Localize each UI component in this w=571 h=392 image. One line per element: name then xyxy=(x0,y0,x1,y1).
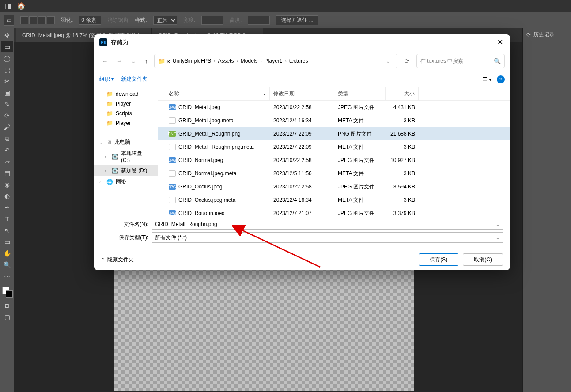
savetype-value: 所有文件 (*.*) xyxy=(155,234,187,241)
breadcrumb-overflow[interactable]: « xyxy=(167,58,170,64)
breadcrumb-item[interactable]: Player1 xyxy=(264,58,284,64)
history-panel-tab[interactable]: ⟳ 历史记录 xyxy=(523,28,571,41)
file-date: 2023/10/22 2:58 xyxy=(270,104,334,110)
file-row[interactable]: GRID_Metall.jpeg.meta2023/12/4 16:34META… xyxy=(158,114,510,127)
close-icon[interactable]: ✕ xyxy=(495,36,505,48)
organize-button[interactable]: 组织 ▾ xyxy=(99,75,114,83)
path-select-tool-icon[interactable]: ↖ xyxy=(1,225,13,236)
search-icon[interactable]: 🔍 xyxy=(494,58,501,64)
stamp-tool-icon[interactable]: ⧉ xyxy=(1,133,13,144)
sidebar-item-drive-d[interactable]: ›💽新加卷 (D:) xyxy=(94,165,158,176)
file-size: 3 KB xyxy=(386,144,419,150)
lasso-tool-icon[interactable]: ◯ xyxy=(1,53,13,64)
screen-mode-icon[interactable]: ▢ xyxy=(1,312,13,322)
col-type-header[interactable]: 类型 xyxy=(334,87,386,100)
feather-input[interactable] xyxy=(79,16,101,25)
sidebar-item-player2[interactable]: 📁Player xyxy=(94,118,158,128)
nav-up-icon[interactable]: ↑ xyxy=(142,56,151,66)
type-tool-icon[interactable]: T xyxy=(1,214,13,224)
zoom-tool-icon[interactable]: 🔍 xyxy=(1,260,13,270)
col-size-header[interactable]: 大小 xyxy=(386,87,419,100)
frame-tool-icon[interactable]: ▣ xyxy=(1,87,13,98)
tool-preset-icon[interactable]: ▭ xyxy=(4,15,14,26)
file-list[interactable]: JPGGRID_Metall.jpeg2023/10/22 2:58JPEG 图… xyxy=(158,101,510,215)
healing-tool-icon[interactable]: ⟳ xyxy=(1,110,13,121)
gradient-tool-icon[interactable]: ▤ xyxy=(1,168,13,178)
hide-folders-button[interactable]: ⌃ 隐藏文件夹 xyxy=(101,256,134,264)
selection-mode-buttons[interactable] xyxy=(20,16,55,24)
chevron-down-icon[interactable]: ⌄ xyxy=(495,221,500,227)
search-input[interactable] xyxy=(420,58,491,64)
file-row[interactable]: GRID_Occlus.jpeg.meta2023/12/4 16:34META… xyxy=(158,193,510,207)
chevron-down-icon[interactable]: ⌄ xyxy=(383,58,393,64)
select-and-mask-button[interactable]: 选择并遮住 ... xyxy=(276,15,318,25)
filename-combo[interactable]: GRID_Metall_Roughn.png ⌄ xyxy=(152,219,503,230)
nav-recent-icon[interactable]: ⌄ xyxy=(129,56,139,66)
file-row[interactable]: PNGGRID_Metall_Roughn.png2023/12/7 22:09… xyxy=(158,127,510,140)
home-icon[interactable]: 🏠 xyxy=(17,2,26,11)
savetype-combo[interactable]: 所有文件 (*.*) ⌄ xyxy=(152,232,503,243)
eyedropper-tool-icon[interactable]: ✎ xyxy=(1,99,13,109)
file-row[interactable]: GRID_Normal.jpeg.meta2023/12/5 11:56META… xyxy=(158,167,510,180)
breadcrumb-item[interactable]: Models xyxy=(240,58,259,64)
quick-select-tool-icon[interactable]: ⬚ xyxy=(1,64,13,75)
sidebar-item-player[interactable]: 📁Player xyxy=(94,99,158,109)
breadcrumb-item[interactable]: Assets xyxy=(217,58,234,64)
dodge-tool-icon[interactable]: ◐ xyxy=(1,191,13,201)
hand-tool-icon[interactable]: ✋ xyxy=(1,248,13,259)
file-type: PNG 图片文件 xyxy=(334,130,386,138)
document-canvas[interactable] xyxy=(114,268,414,391)
breadcrumb-item[interactable]: textures xyxy=(288,58,309,64)
options-bar: ▭ 羽化: 消除锯齿 样式: 正常 宽度: 高度: 选择并遮住 ... xyxy=(0,12,571,28)
file-size: 3 KB xyxy=(386,170,419,177)
sidebar-item-drive-c[interactable]: ›💽本地磁盘 (C:) xyxy=(94,148,158,165)
cancel-button[interactable]: 取消(C) xyxy=(463,253,503,266)
view-toggle-button[interactable]: ☰ ▾ xyxy=(483,76,492,83)
panels-dock: ⟳ 历史记录 xyxy=(522,28,571,392)
col-date-header[interactable]: 修改日期 xyxy=(270,87,334,100)
history-brush-tool-icon[interactable]: ↶ xyxy=(1,145,13,155)
folder-tree[interactable]: 📁download 📁Player 📁Scripts 📁Player ⌄🖥此电脑… xyxy=(94,87,158,215)
breadcrumb-item[interactable]: UnitySimpleFPS xyxy=(172,58,212,64)
save-button[interactable]: 保存(S) xyxy=(419,253,458,266)
file-row[interactable]: JPGGRID_Roughn.jpeg2023/12/7 21:07JPEG 图… xyxy=(158,207,510,215)
shape-tool-icon[interactable]: ▭ xyxy=(1,237,13,247)
file-row[interactable]: GRID_Metall_Roughn.png.meta2023/12/7 22:… xyxy=(158,140,510,154)
file-row[interactable]: JPGGRID_Normal.jpeg2023/10/22 2:58JPEG 图… xyxy=(158,154,510,167)
sidebar-item-thispc[interactable]: ⌄🖥此电脑 xyxy=(94,137,158,148)
pen-tool-icon[interactable]: ✒ xyxy=(1,202,13,213)
col-name-header[interactable]: 名称▴ xyxy=(158,87,270,100)
eraser-tool-icon[interactable]: ▱ xyxy=(1,156,13,167)
ps-logo-icon[interactable]: ◨ xyxy=(4,2,12,11)
style-select[interactable]: 正常 xyxy=(153,16,177,25)
file-row[interactable]: JPGGRID_Metall.jpeg2023/10/22 2:58JPEG 图… xyxy=(158,101,510,114)
sidebar-item-scripts[interactable]: 📁Scripts xyxy=(94,109,158,118)
file-type: JPEG 图片文件 xyxy=(334,210,386,215)
edit-toolbar-icon[interactable]: ⋯ xyxy=(1,271,13,282)
marquee-tool-icon[interactable]: ▭ xyxy=(1,41,13,52)
blur-tool-icon[interactable]: ◉ xyxy=(1,179,13,190)
tools-panel: ✥ ▭ ◯ ⬚ ✂ ▣ ✎ ⟳ 🖌 ⧉ ↶ ▱ ▤ ◉ ◐ ✒ T ↖ ▭ ✋ … xyxy=(0,28,14,392)
nav-back-icon[interactable]: ← xyxy=(99,56,110,66)
file-type-icon: JPG xyxy=(169,184,176,190)
sidebar-item-network[interactable]: ›🌐网络 xyxy=(94,176,158,187)
move-tool-icon[interactable]: ✥ xyxy=(1,30,13,41)
background-swatch[interactable] xyxy=(6,290,13,298)
nav-forward-icon: → xyxy=(114,56,125,66)
dialog-inputs: 文件名(N): GRID_Metall_Roughn.png ⌄ 保存类型(T)… xyxy=(94,215,510,249)
file-date: 2023/12/7 22:09 xyxy=(270,144,334,150)
help-icon[interactable]: ? xyxy=(497,75,505,83)
brush-tool-icon[interactable]: 🖌 xyxy=(1,122,13,132)
width-label: 宽度: xyxy=(183,16,195,24)
refresh-icon[interactable]: ⟳ xyxy=(401,56,413,66)
new-folder-button[interactable]: 新建文件夹 xyxy=(121,75,147,83)
search-box[interactable]: 🔍 xyxy=(416,54,505,68)
file-row[interactable]: JPGGRID_Occlus.jpeg2023/10/22 2:58JPEG 图… xyxy=(158,180,510,193)
quick-mask-icon[interactable]: ◘ xyxy=(1,300,13,311)
sidebar-item-download[interactable]: 📁download xyxy=(94,89,158,99)
color-swatches[interactable] xyxy=(1,287,13,299)
file-date: 2023/12/4 16:34 xyxy=(270,117,334,124)
breadcrumb[interactable]: 📁 « UnitySimpleFPS› Assets› Models› Play… xyxy=(154,54,398,68)
crop-tool-icon[interactable]: ✂ xyxy=(1,76,13,87)
chevron-down-icon[interactable]: ⌄ xyxy=(495,234,500,241)
